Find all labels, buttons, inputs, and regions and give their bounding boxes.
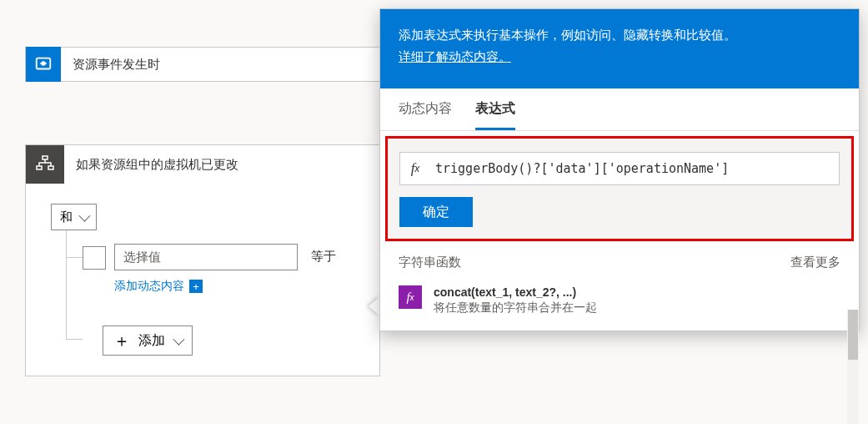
chevron-down-icon — [78, 210, 90, 222]
scroll-thumb[interactable] — [848, 310, 858, 360]
chevron-down-icon — [173, 334, 184, 346]
popup-tabs: 动态内容 表达式 — [380, 88, 859, 131]
value-input[interactable]: 选择值 — [114, 244, 298, 270]
add-label: 添加 — [138, 332, 165, 350]
tree-line — [66, 257, 83, 258]
dyn-link-text: 添加动态内容 — [114, 279, 184, 294]
fx-icon: fx — [399, 285, 422, 309]
learn-more-link[interactable]: 详细了解动态内容。 — [399, 49, 511, 63]
row-checkbox[interactable] — [83, 246, 106, 270]
category-title: 字符串函数 — [399, 255, 461, 270]
plus-icon: ＋ — [113, 332, 130, 349]
tree-line — [66, 339, 83, 340]
svg-rect-2 — [43, 156, 48, 159]
tab-expression[interactable]: 表达式 — [475, 100, 515, 130]
expression-input-wrap: fx — [399, 152, 840, 185]
svg-point-1 — [42, 62, 45, 65]
flyout-pointer — [369, 296, 380, 316]
ok-button[interactable]: 确定 — [399, 197, 473, 227]
see-more-link[interactable]: 查看更多 — [790, 255, 840, 270]
tree-line — [66, 230, 67, 339]
svg-rect-3 — [37, 166, 42, 169]
condition-icon — [26, 145, 64, 184]
and-label: 和 — [60, 209, 73, 225]
expression-area: fx 确定 — [385, 136, 854, 241]
trigger-title: 资源事件发生时 — [61, 57, 160, 73]
function-signature: concat(text_1, text_2?, ...) — [434, 285, 597, 299]
fx-icon: fx — [400, 160, 430, 177]
svg-rect-4 — [48, 166, 53, 169]
popup-intro: 添加表达式来执行基本操作，例如访问、隐藏转换和比较值。 — [399, 28, 736, 42]
scrollbar[interactable] — [847, 310, 859, 424]
operator-label: 等于 — [311, 249, 336, 265]
function-description: 将任意数量的字符串合并在一起 — [434, 300, 597, 315]
add-dynamic-content-link[interactable]: 添加动态内容 + — [114, 279, 298, 294]
trigger-card[interactable]: 资源事件发生时 — [25, 47, 380, 82]
condition-header[interactable]: 如果资源组中的虚拟机已更改 — [26, 145, 379, 184]
condition-title: 如果资源组中的虚拟机已更改 — [64, 157, 238, 173]
popup-header: 添加表达式来执行基本操作，例如访问、隐藏转换和比较值。 详细了解动态内容。 — [380, 9, 859, 88]
and-operator-dropdown[interactable]: 和 — [51, 204, 97, 230]
expression-popup: 添加表达式来执行基本操作，例如访问、隐藏转换和比较值。 详细了解动态内容。 动态… — [379, 8, 860, 331]
event-grid-icon — [26, 47, 61, 82]
value-placeholder: 选择值 — [123, 250, 161, 265]
add-button[interactable]: ＋ 添加 — [103, 326, 193, 356]
tab-dynamic-content[interactable]: 动态内容 — [399, 100, 452, 130]
condition-card: 如果资源组中的虚拟机已更改 和 选择值 添加动态内容 + — [25, 144, 380, 376]
category-header: 字符串函数 查看更多 — [380, 246, 859, 280]
plus-badge-icon: + — [189, 280, 203, 293]
condition-row: 选择值 添加动态内容 + 等于 — [83, 244, 336, 294]
expression-input[interactable] — [430, 161, 839, 176]
condition-body: 和 选择值 添加动态内容 + 等于 — [26, 184, 379, 376]
function-item[interactable]: fx concat(text_1, text_2?, ...) 将任意数量的字符… — [380, 280, 859, 331]
